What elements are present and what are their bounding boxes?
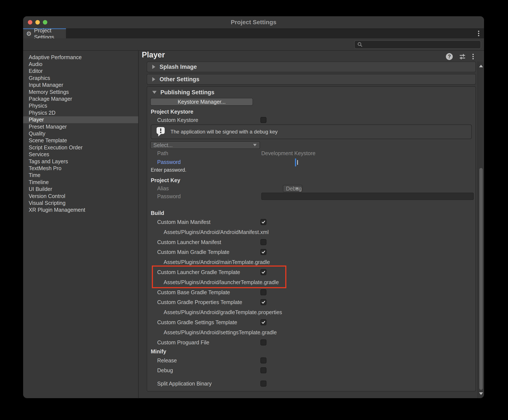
setting-row: Custom Base Gradle Template	[147, 287, 475, 297]
release-checkbox[interactable]	[260, 357, 266, 363]
setting-label: Custom Launcher Manifest	[157, 239, 221, 245]
scrollbar-down-arrow-icon[interactable]	[478, 390, 484, 397]
sidebar-item-audio[interactable]: Audio	[23, 61, 138, 68]
setting-label: Custom Launcher Gradle Template	[157, 269, 240, 275]
presets-sliders-icon[interactable]	[459, 53, 466, 60]
sidebar-item-memory-settings[interactable]: Memory Settings	[23, 89, 138, 95]
sidebar-item-script-execution-order[interactable]: Script Execution Order	[23, 144, 138, 151]
setting-row: Custom Launcher Manifest	[147, 237, 475, 247]
sidebar-item-services[interactable]: Services	[23, 151, 138, 158]
section-splash-image[interactable]: Splash Image	[147, 61, 476, 72]
sidebar-item-version-control[interactable]: Version Control	[23, 193, 138, 200]
path-value: Development Keystore	[261, 150, 474, 157]
section-other-settings[interactable]: Other Settings	[147, 74, 476, 85]
tabstrip-kebab-menu-icon[interactable]	[477, 30, 480, 37]
custom-main-manifest-checkbox[interactable]	[260, 219, 266, 225]
template-path: Assets/Plugins/Android/settingsTemplate.…	[147, 327, 475, 338]
sidebar-item-adaptive-performance[interactable]: Adaptive Performance	[23, 54, 138, 61]
project-key-label: Project Key	[147, 177, 180, 183]
scrollbar-up-arrow-icon[interactable]	[478, 63, 484, 69]
publishing-settings-header[interactable]: Publishing Settings	[147, 87, 475, 98]
split-row: Split Application Binary	[147, 379, 475, 389]
main-header: Player ?	[139, 51, 484, 61]
vertical-scrollbar[interactable]	[478, 61, 484, 398]
sidebar-item-ui-builder[interactable]: UI Builder	[23, 186, 138, 192]
section-publishing-settings: Publishing Settings Keystore Manager... …	[147, 86, 476, 391]
sidebar-item-preset-manager[interactable]: Preset Manager	[23, 123, 138, 130]
sidebar-item-scene-template[interactable]: Scene Template	[23, 137, 138, 144]
toolbar	[23, 38, 484, 51]
tab-strip: ⚙ Project Settings	[23, 28, 484, 38]
key-password-input[interactable]	[261, 193, 474, 200]
custom-keystore-row: Custom Keystore	[147, 116, 475, 124]
main-panel: Player ? Splash Image	[139, 51, 484, 398]
custom-launcher-manifest-checkbox[interactable]	[260, 239, 266, 245]
setting-row: Custom Proguard File	[147, 338, 475, 347]
custom-gradle-settings-template-checkbox[interactable]	[260, 319, 266, 325]
sidebar-item-player[interactable]: Player	[23, 116, 138, 123]
setting-row: Debug	[147, 365, 475, 375]
custom-launcher-gradle-template-checkbox[interactable]	[260, 269, 266, 275]
sidebar-item-visual-scripting[interactable]: Visual Scripting	[23, 200, 138, 206]
sidebar-item-time[interactable]: Time	[23, 172, 138, 179]
template-path: Assets/Plugins/Android/gradleTemplate.pr…	[147, 307, 475, 317]
custom-main-gradle-template-checkbox[interactable]	[260, 249, 266, 255]
setting-row: Custom Main Gradle Template	[147, 247, 475, 257]
sidebar-item-xr-plugin-management[interactable]: XR Plugin Management	[23, 207, 138, 213]
checkmark-icon	[261, 220, 266, 224]
setting-label: Custom Main Gradle Template	[157, 249, 229, 255]
alias-dropdown[interactable]: Debug	[283, 185, 302, 192]
keystore-select-dropdown[interactable]: Select...	[150, 141, 260, 149]
debug-checkbox[interactable]	[260, 367, 266, 373]
sidebar-item-physics-2d[interactable]: Physics 2D	[23, 109, 138, 116]
checkmark-icon	[261, 250, 266, 254]
alias-value: Debug	[286, 186, 302, 192]
keystore-manager-button[interactable]: Keystore Manager...	[150, 98, 253, 106]
password-hint: Enter password.	[147, 167, 186, 173]
debug-key-warning: The application will be signed with a de…	[151, 125, 472, 139]
sidebar-item-graphics[interactable]: Graphics	[23, 75, 138, 82]
text-caret	[297, 160, 298, 165]
split-application-binary-checkbox[interactable]	[260, 381, 266, 387]
scrollbar-thumb[interactable]	[479, 168, 483, 390]
foldout-collapsed-icon	[152, 65, 155, 69]
section-label: Other Settings	[160, 76, 199, 83]
titlebar: Project Settings	[23, 16, 484, 28]
sidebar-item-package-manager[interactable]: Package Manager	[23, 95, 138, 102]
setting-label: Custom Gradle Settings Template	[157, 319, 237, 325]
search-box[interactable]	[354, 40, 481, 49]
setting-row: Release	[147, 355, 475, 365]
sidebar-item-textmesh-pro[interactable]: TextMesh Pro	[23, 165, 138, 172]
sidebar-item-tags-and-layers[interactable]: Tags and Layers	[23, 158, 138, 165]
custom-keystore-checkbox[interactable]	[260, 117, 266, 123]
setting-label: Split Application Binary	[157, 381, 212, 387]
search-input[interactable]	[363, 42, 475, 48]
checkmark-icon	[261, 320, 266, 325]
sidebar-item-quality[interactable]: Quality	[23, 130, 138, 137]
path-label: Path	[147, 150, 168, 157]
sidebar-item-timeline[interactable]: Timeline	[23, 179, 138, 186]
custom-base-gradle-template-checkbox[interactable]	[260, 289, 266, 295]
search-icon	[357, 41, 363, 48]
setting-row: Split Application Binary	[147, 379, 475, 389]
project-settings-window: Project Settings ⚙ Project Settings Adap…	[23, 16, 484, 398]
page-title: Player	[142, 50, 165, 59]
sidebar-item-input-manager[interactable]: Input Manager	[23, 82, 138, 89]
setting-label: Custom Base Gradle Template	[157, 289, 230, 295]
section-label: Publishing Settings	[160, 89, 214, 96]
setting-label: Custom Main Manifest	[157, 219, 211, 225]
project-keystore-label: Project Keystore	[147, 109, 193, 115]
custom-gradle-properties-template-checkbox[interactable]	[260, 299, 266, 305]
player-kebab-menu-icon[interactable]	[472, 53, 474, 60]
sidebar-item-editor[interactable]: Editor	[23, 68, 138, 75]
warning-text: The application will be signed with a de…	[170, 129, 278, 135]
tab-project-settings[interactable]: ⚙ Project Settings	[23, 28, 66, 38]
sidebar-item-physics[interactable]: Physics	[23, 102, 138, 109]
keystore-password-input[interactable]	[295, 158, 296, 166]
foldout-expanded-icon	[152, 91, 156, 94]
key-password-label: Password	[147, 193, 181, 200]
custom-proguard-file-checkbox[interactable]	[260, 339, 266, 345]
setting-label: Release	[157, 357, 177, 364]
help-icon[interactable]: ?	[446, 53, 453, 60]
select-dropdown-value: Select...	[153, 142, 173, 148]
